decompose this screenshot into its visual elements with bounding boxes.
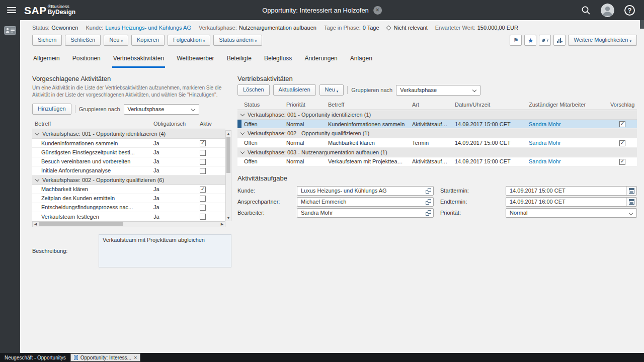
date-picker-button[interactable] [626, 187, 636, 195]
tab-beteiligte[interactable]: Beteiligte [226, 51, 253, 68]
aktiv-checkbox[interactable] [200, 196, 206, 202]
table-row[interactable]: Verkaufsteam festlegenJa [32, 212, 225, 221]
collapse-chevron-icon[interactable] [240, 112, 245, 116]
column-header-status[interactable]: Status [242, 100, 284, 110]
table-row[interactable]: Offen Normal Machbarkeit klären Termin 1… [237, 138, 637, 147]
column-header-obligatorisch[interactable]: Obligatorisch [151, 119, 197, 129]
horizontal-scrollbar[interactable]: ◀ ▶ [32, 221, 225, 227]
vertical-scrollbar[interactable]: ▲ ▼ [225, 130, 231, 221]
kopieren-button[interactable]: Kopieren [131, 35, 165, 46]
tab-allgemein[interactable]: Allgemein [32, 51, 61, 68]
table-row-selected[interactable]: Offen Normal Kundeninformationen sammeln… [237, 120, 637, 129]
aktiv-checkbox[interactable] [200, 140, 206, 146]
help-icon[interactable]: ? [624, 5, 635, 16]
hinzufuegen-button[interactable]: Hinzufügen [32, 104, 71, 115]
table-row[interactable]: Zeitplan des Kunden ermittelnJa [32, 194, 225, 203]
scroll-up-icon[interactable]: ▲ [226, 131, 231, 136]
right-group-by-select[interactable]: Verkaufsphase [396, 85, 480, 96]
table-row[interactable]: Günstigsten Einstiegszeitpunkt besti...J… [32, 148, 225, 157]
table-row[interactable]: Initiale AnforderungsanalyseJa [32, 166, 225, 175]
group-row[interactable]: Verkaufsphase: 002 - Opportunity qualifi… [32, 175, 225, 185]
column-header-mitarbeiter[interactable]: Zuständiger Mitarbeiter [526, 100, 608, 110]
neu-menu-button[interactable]: Neu▾ [104, 35, 128, 46]
aktiv-checkbox[interactable] [200, 187, 206, 193]
column-header-prioritaet[interactable]: Priorität [284, 100, 326, 110]
column-header-vorschlag[interactable]: Vorschlag [608, 100, 637, 110]
left-group-by-select[interactable]: Verkaufsphase [124, 104, 199, 115]
vorschlag-checkbox[interactable] [619, 121, 625, 127]
prioritaet-select[interactable]: Normal [506, 208, 637, 218]
side-panel-toggle[interactable] [640, 20, 644, 29]
favorite-button[interactable]: ★ [524, 35, 536, 46]
collapse-chevron-icon[interactable] [35, 131, 39, 135]
tab-vertriebsaktivitaeten[interactable]: Vertriebsaktivitäten [112, 51, 165, 68]
group-row[interactable]: Verkaufsphase: 001 - Opportunity identif… [237, 110, 637, 120]
aktiv-checkbox[interactable] [200, 159, 206, 165]
collapse-chevron-icon[interactable] [240, 131, 245, 135]
clear-tags-button[interactable] [539, 35, 551, 46]
table-row[interactable]: Besuch vereinbaren und vorbereitenJa [32, 157, 225, 166]
search-icon[interactable] [581, 6, 591, 15]
ansprechpartner-input[interactable]: Michael Emmerich [297, 197, 434, 207]
loeschen-button[interactable]: Löschen [237, 84, 270, 96]
folgeaktion-menu-button[interactable]: Folgeaktion▾ [168, 35, 210, 46]
value-help-button[interactable] [423, 187, 433, 195]
starttermin-input[interactable]: 14.09.2017 15:00 CET [506, 186, 637, 196]
kunde-input[interactable]: Luxus Heizungs- und Kühlungs AG [297, 186, 434, 196]
mitarbeiter-link[interactable]: Sandra Mohr [529, 121, 561, 127]
aktiv-checkbox[interactable] [200, 214, 206, 220]
table-row[interactable]: Entscheidungsfindungsprozess nac...Ja [32, 203, 225, 212]
scroll-left-icon[interactable]: ◀ [33, 222, 38, 227]
scrollbar-thumb[interactable] [39, 222, 123, 226]
tab-wettbewerber[interactable]: Wettbewerber [176, 51, 215, 68]
hamburger-menu-button[interactable] [0, 0, 23, 20]
sichern-button[interactable]: Sichern [32, 35, 62, 46]
close-document-icon[interactable]: × [373, 6, 382, 15]
contact-card-icon[interactable] [4, 26, 17, 35]
status-aendern-menu-button[interactable]: Status ändern▾ [213, 35, 262, 46]
analytics-menu-button[interactable]: ▾ [553, 35, 566, 46]
table-row[interactable]: Offen Normal Verkaufsteam mit Projekttea… [237, 157, 637, 166]
table-row[interactable]: Machbarkeit klärenJa [32, 185, 225, 194]
schliessen-button[interactable]: Schließen [65, 35, 101, 46]
column-header-betreff[interactable]: Betreff [326, 100, 410, 110]
weitere-moeglichkeiten-button[interactable]: Weitere Möglichkeiten▾ [568, 35, 637, 46]
vorschlag-checkbox[interactable] [619, 159, 625, 165]
column-header-datum[interactable]: Datum/Uhrzeit [452, 100, 526, 110]
group-row[interactable]: Verkaufsphase: 003 - Nutzenargumentation… [237, 147, 637, 157]
aktiv-checkbox[interactable] [200, 168, 206, 174]
user-avatar[interactable] [601, 4, 614, 17]
value-help-button[interactable] [423, 209, 433, 217]
collapse-chevron-icon[interactable] [35, 177, 39, 182]
tab-aenderungen[interactable]: Änderungen [303, 51, 338, 68]
vorschlag-checkbox[interactable] [619, 140, 625, 146]
scrollbar-thumb[interactable] [226, 137, 230, 173]
flag-button[interactable]: ⚑ [510, 35, 522, 46]
group-row[interactable]: Verkaufsphase: 002 - Opportunity qualifi… [237, 129, 637, 138]
scroll-right-icon[interactable]: ▶ [219, 222, 225, 227]
group-row[interactable]: Verkaufsphase: 001 - Opportunity identif… [32, 129, 225, 139]
tab-anlagen[interactable]: Anlagen [349, 51, 373, 68]
taskbar-tab-close-icon[interactable]: × [134, 354, 137, 360]
table-row[interactable]: Kundeninformationen sammelnJa [32, 139, 225, 148]
bearbeiter-input[interactable]: Sandra Mohr [297, 208, 434, 218]
taskbar-tab[interactable]: Opportunity: Interess... × [70, 353, 141, 361]
aktiv-checkbox[interactable] [200, 205, 206, 211]
aktiv-checkbox[interactable] [200, 150, 206, 156]
endtermin-input[interactable]: 14.09.2017 16:00 CET [506, 197, 637, 207]
tab-belegfluss[interactable]: Belegfluss [263, 51, 293, 68]
mitarbeiter-link[interactable]: Sandra Mohr [529, 140, 561, 146]
scroll-down-icon[interactable]: ▼ [226, 215, 231, 221]
mitarbeiter-link[interactable]: Sandra Mohr [529, 158, 561, 164]
tab-positionen[interactable]: Positionen [71, 51, 102, 68]
kunde-link[interactable]: Luxus Heizungs- und Kühlungs AG [105, 25, 191, 31]
beschreibung-textarea[interactable]: Verkaufsteam mit Projektteam abgleichen [99, 234, 231, 267]
value-help-button[interactable] [423, 198, 433, 206]
workcenter-label[interactable]: Neugeschäft - Opportunitys [0, 353, 70, 362]
aktualisieren-button[interactable]: Aktualisieren [273, 84, 316, 96]
neu-aktivitaet-menu-button[interactable]: Neu▾ [319, 84, 344, 96]
column-header-betreff[interactable]: Betreff [32, 119, 151, 129]
collapse-chevron-icon[interactable] [240, 149, 245, 153]
date-picker-button[interactable] [626, 198, 636, 206]
column-header-aktiv[interactable]: Aktiv [197, 119, 225, 129]
